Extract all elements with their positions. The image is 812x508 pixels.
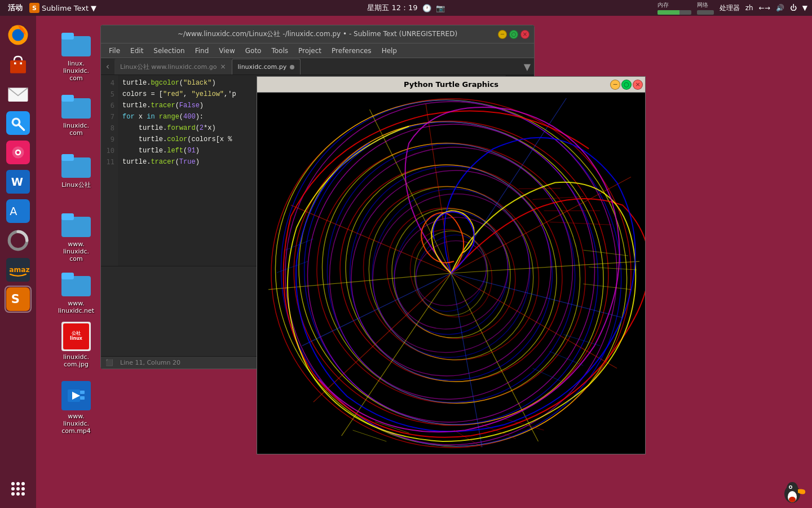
window-title: ~/www.linuxidc.com/Linux公社 -/linuxidc.co… bbox=[178, 29, 457, 39]
topbar-left: 活动 S Sublime Text ▼ bbox=[5, 3, 96, 13]
turtle-window-controls: − ○ × bbox=[610, 80, 643, 90]
dock-item-word[interactable]: W bbox=[5, 168, 32, 195]
dock-item-amazon[interactable]: amazon bbox=[5, 256, 32, 283]
menu-preferences[interactable]: Preferences bbox=[327, 46, 376, 56]
svg-line-84 bbox=[549, 222, 611, 225]
svg-rect-37 bbox=[80, 391, 85, 394]
window-minimize-button[interactable]: − bbox=[498, 30, 507, 39]
activities-label[interactable]: 活动 bbox=[5, 3, 26, 13]
desktop-icon-linux-gongshe[interactable]: Linux公社 bbox=[54, 150, 99, 189]
window-controls: − ○ × bbox=[498, 30, 529, 39]
tabs-dropdown-button[interactable]: ▼ bbox=[520, 58, 534, 75]
network-bar bbox=[697, 10, 714, 15]
menu-goto[interactable]: Goto bbox=[241, 46, 266, 56]
menu-help[interactable]: Help bbox=[377, 46, 401, 56]
topbar-right: 内存 网络 处理器 zh ←→ 🔊 ⏻ ▼ bbox=[657, 1, 807, 15]
menu-selection[interactable]: Selection bbox=[149, 46, 189, 56]
desktop-icon-linux-linuxidc-com[interactable]: linux.linuxidc.com bbox=[54, 28, 99, 82]
video-thumbnail bbox=[61, 381, 91, 410]
svg-line-81 bbox=[519, 188, 561, 189]
app-dropdown-arrow[interactable]: ▼ bbox=[91, 4, 96, 12]
svg-point-102 bbox=[790, 487, 792, 488]
line-num-8: 8 bbox=[111, 122, 114, 134]
mail-icon bbox=[6, 82, 30, 106]
status-screen-icon: ⬛ bbox=[105, 359, 113, 366]
system-dropdown-arrow[interactable]: ▼ bbox=[802, 4, 807, 12]
line-num-11: 11 bbox=[107, 156, 114, 168]
dock-item-shopping[interactable] bbox=[5, 51, 32, 78]
dock-item-sublime[interactable]: S bbox=[5, 286, 32, 313]
cpu-label: 处理器 bbox=[720, 3, 740, 13]
tab-nav-left[interactable]: ‹ bbox=[101, 58, 114, 75]
tab-go-close[interactable]: × bbox=[220, 63, 226, 71]
line-num-4: 4 bbox=[111, 77, 114, 89]
memory-indicator: 内存 bbox=[657, 1, 691, 15]
dock-item-firefox[interactable] bbox=[5, 21, 32, 49]
turtle-close-button[interactable]: × bbox=[633, 80, 643, 90]
tab-go-file[interactable]: Linux公社 www.linuxidc.com.go × bbox=[114, 59, 232, 75]
dock-item-appstore[interactable]: A bbox=[5, 198, 32, 225]
dock: W A amazon S bbox=[0, 16, 36, 508]
clock-icon: 🕐 bbox=[422, 4, 431, 12]
video-icon bbox=[68, 387, 85, 404]
menu-project[interactable]: Project bbox=[294, 46, 326, 56]
icon-label: Linux公社 bbox=[61, 181, 91, 189]
grid-icon bbox=[11, 482, 25, 496]
lang-indicator[interactable]: zh bbox=[745, 4, 753, 12]
icon-label: www.linuxidc.com bbox=[63, 240, 89, 263]
app-name-area[interactable]: S Sublime Text ▼ bbox=[29, 3, 96, 13]
dock-item-mail[interactable] bbox=[5, 80, 32, 107]
svg-text:W: W bbox=[11, 176, 23, 189]
svg-point-104 bbox=[789, 497, 796, 502]
menu-view[interactable]: View bbox=[214, 46, 239, 56]
desktop-icon-www-linuxidc-net[interactable]: www.linuxidc.net bbox=[54, 268, 99, 314]
line-num-7: 7 bbox=[111, 111, 114, 122]
network-label: 网络 bbox=[697, 1, 714, 9]
desktop-icon-www-linuxidc-mp4[interactable]: www.linuxidc.com.mp4 bbox=[54, 381, 99, 435]
desktop-icon-linuxidc-jpg[interactable]: 公社linux linuxidc.com.jpg bbox=[54, 322, 99, 368]
memory-bar-fill bbox=[657, 10, 679, 15]
turtle-minimize-button[interactable]: − bbox=[610, 80, 620, 90]
bottom-notification-area bbox=[699, 474, 812, 508]
svg-line-92 bbox=[375, 422, 409, 433]
turtle-titlebar: Python Turtle Graphics − ○ × bbox=[257, 77, 645, 93]
menu-edit[interactable]: Edit bbox=[126, 46, 148, 56]
folder-icon bbox=[61, 150, 91, 179]
datetime-label: 星期五 12：19 bbox=[367, 3, 417, 13]
desktop-icon-www-linuxidc-com[interactable]: www.linuxidc.com bbox=[54, 209, 99, 263]
window-close-button[interactable]: × bbox=[520, 30, 529, 39]
dock-item-music[interactable] bbox=[5, 139, 32, 166]
folder-icon bbox=[61, 90, 91, 120]
folder-icon bbox=[61, 209, 91, 238]
turtle-maximize-button[interactable]: ○ bbox=[621, 80, 632, 90]
icon-label: linuxidc.com bbox=[63, 122, 89, 137]
loading-icon bbox=[6, 229, 30, 252]
svg-text:A: A bbox=[10, 205, 17, 218]
tab-go-label: Linux公社 www.linuxidc.com.go bbox=[120, 63, 217, 71]
desktop-icon-linuxidc-com[interactable]: linuxidc.com bbox=[54, 90, 99, 137]
power-icon[interactable]: ⏻ bbox=[790, 4, 797, 12]
memory-label: 内存 bbox=[657, 1, 691, 9]
volume-icon[interactable]: 🔊 bbox=[776, 4, 784, 12]
window-maximize-button[interactable]: ○ bbox=[509, 30, 518, 39]
dock-item-loading[interactable] bbox=[5, 227, 32, 254]
show-all-apps-button[interactable] bbox=[5, 475, 32, 502]
line-numbers: 4 5 6 7 8 9 10 11 bbox=[101, 75, 118, 266]
firefox-icon bbox=[6, 23, 30, 47]
dock-item-finder[interactable] bbox=[5, 110, 32, 137]
svg-line-72 bbox=[451, 261, 639, 273]
topbar: 活动 S Sublime Text ▼ 星期五 12：19 🕐 📷 内存 网络 … bbox=[0, 0, 812, 16]
music-icon bbox=[6, 141, 30, 164]
menu-tools[interactable]: Tools bbox=[267, 46, 293, 56]
menu-file[interactable]: File bbox=[104, 46, 125, 56]
status-position: Line 11, Column 20 bbox=[120, 359, 180, 366]
toucan-icon bbox=[778, 477, 806, 505]
svg-text:S: S bbox=[32, 5, 37, 12]
turtle-window-title: Python Turtle Graphics bbox=[404, 80, 498, 89]
menu-find[interactable]: Find bbox=[191, 46, 214, 56]
network-indicator: 网络 bbox=[697, 1, 714, 15]
svg-rect-4 bbox=[10, 60, 26, 73]
svg-point-10 bbox=[14, 120, 19, 125]
tab-py-file[interactable]: linuxidc.com.py bbox=[232, 59, 301, 75]
word-icon: W bbox=[6, 170, 30, 194]
